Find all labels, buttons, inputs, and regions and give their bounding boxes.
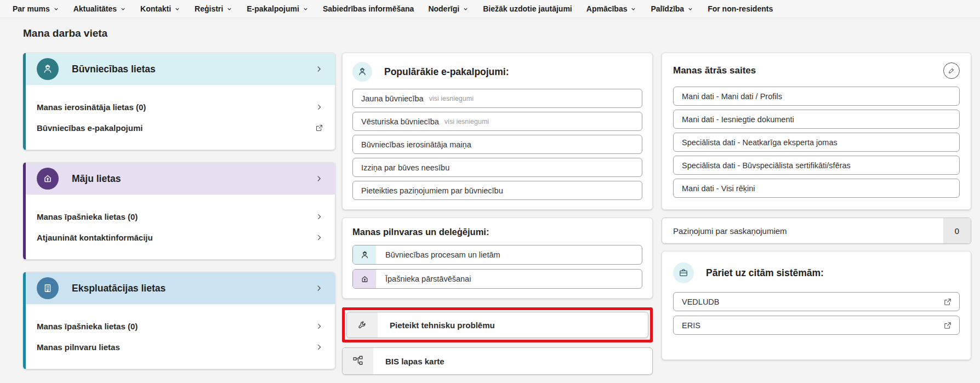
- system-link-label: VEDLUDB: [682, 298, 720, 306]
- external-link-icon: [943, 297, 953, 307]
- sidebar-item-manas-ipasnieka-lietas[interactable]: Manas īpašnieka lietas (0): [37, 206, 324, 227]
- external-link-icon: [315, 123, 324, 133]
- card-header-ekspluatacijas-lietas[interactable]: Ekspluatācijas lietas: [26, 272, 335, 304]
- chevron-right-icon: [315, 342, 324, 352]
- nav-item-noderigi[interactable]: Noderīgi: [421, 4, 476, 13]
- quick-link-buvspecialista-sertifikati[interactable]: Speciālista dati - Būvspeciālista sertif…: [673, 156, 960, 175]
- worker-icon: [352, 62, 372, 82]
- card-quick-links: Manas ātrās saites Mani dati - Mani dati…: [662, 53, 971, 210]
- nav-item-for-non-residents[interactable]: For non-residents: [700, 4, 780, 13]
- nav-item-label: For non-residents: [708, 4, 773, 13]
- eservice-button-suffix: visi iesniegumi: [445, 118, 489, 125]
- chevron-down-icon: [120, 6, 126, 12]
- nav-item-par-mums[interactable]: Par mums: [5, 4, 66, 13]
- nav-item-aktualitates[interactable]: Aktualitātes: [66, 4, 133, 13]
- sidebar-item-buvniecibas-e-pakalpojumi[interactable]: Būvniecības e-pakalpojumi: [37, 117, 324, 138]
- site-map-label: BIS lapas karte: [373, 348, 445, 374]
- other-systems-header: Pāriet uz citām sistēmām:: [673, 262, 960, 283]
- quick-link-iesniegtie-dokumenti[interactable]: Mani dati - Iesniegtie dokumenti: [673, 110, 960, 129]
- chevron-down-icon: [174, 6, 180, 12]
- nav-item-sabiedribas-informesana[interactable]: Sabiedrības informēšana: [316, 4, 421, 13]
- notifications-count-badge: 0: [943, 218, 971, 243]
- report-problem-button[interactable]: Pieteikt tehnisku problēmu: [346, 312, 648, 338]
- sidebar-item-label: Manas īpašnieka lietas (0): [37, 322, 138, 331]
- eservice-button-vesturiska-buvnieciba[interactable]: Vēsturiska būvniecība visi iesniegumi: [352, 112, 642, 131]
- chevron-right-icon: [315, 233, 324, 242]
- card-other-systems: Pāriet uz citām sistēmām: VEDLUDB ERIS: [662, 251, 971, 360]
- card-title: Ekspluatācijas lietas: [72, 283, 166, 294]
- chevron-right-icon: [315, 102, 324, 112]
- section-title: Pāriet uz citām sistēmām:: [706, 267, 824, 279]
- eservice-button-jauna-buvnieciba[interactable]: Jauna būvniecība visi iesniegumi: [352, 89, 642, 108]
- external-link-icon: [943, 321, 953, 330]
- card-popular-eservices: Populārākie e-pakalpojumi: Jauna būvniec…: [342, 53, 653, 210]
- card-header-maju-lietas[interactable]: Māju lietas: [26, 163, 335, 195]
- notifications-row[interactable]: Paziņojumi par saskaņojumiem 0: [662, 218, 971, 244]
- chevron-right-icon: [314, 64, 324, 74]
- eservice-button-pieteikties-pazinojumiem[interactable]: Pieteikties paziņojumiem par būvniecību: [352, 181, 642, 200]
- top-navigation: Par mums Aktualitātes Kontakti Reģistri …: [0, 0, 980, 18]
- building-icon: [37, 277, 59, 299]
- quick-link-neatkariga-eksperta-jomas[interactable]: Speciālista dati - Neatkarīga eksperta j…: [673, 133, 960, 152]
- sidebar-item-label: Būvniecības e-pakalpojumi: [37, 123, 143, 133]
- eservice-button-label: Jauna būvniecība: [361, 94, 424, 103]
- popular-eservices-header: Populārākie e-pakalpojumi:: [352, 62, 642, 82]
- quick-link-label: Mani dati - Visi rēķini: [682, 184, 755, 193]
- chevron-down-icon: [53, 6, 59, 12]
- red-highlight-annotation: Pieteikt tehnisku problēmu: [342, 307, 653, 342]
- sidebar-item-atjauninat-kontaktinformaciju[interactable]: Atjaunināt kontaktinformāciju: [37, 227, 324, 248]
- card-body: Manas īpašnieka lietas (0) Manas pilnvar…: [26, 304, 335, 357]
- system-link-eris[interactable]: ERIS: [673, 316, 960, 335]
- chevron-down-icon: [463, 6, 469, 12]
- house-icon: [353, 270, 376, 288]
- quick-link-label: Speciālista dati - Neatkarīga eksperta j…: [682, 138, 837, 147]
- report-problem-label: Pieteikt tehnisku problēmu: [378, 312, 495, 338]
- nav-item-label: E-pakalpojumi: [247, 4, 299, 13]
- eservice-button-izzina-par-buves-neesibu[interactable]: Izziņa par būves neesību: [352, 158, 642, 177]
- wrench-icon: [347, 312, 378, 338]
- nav-item-kontakti[interactable]: Kontakti: [133, 4, 187, 13]
- sidebar-item-manas-pilnvaru-lietas[interactable]: Manas pilnvaru lietas: [37, 336, 324, 357]
- nav-item-e-pakalpojumi[interactable]: E-pakalpojumi: [240, 4, 316, 13]
- sitemap-icon: [343, 348, 373, 374]
- nav-item-biezak-uzdotie-jautajumi[interactable]: Biežāk uzdotie jautājumi: [476, 4, 579, 13]
- chevron-right-icon: [315, 212, 324, 221]
- card-maju-lietas: Māju lietas Manas īpašnieka lietas (0) A…: [23, 162, 335, 260]
- quick-link-label: Mani dati - Mani dati / Profils: [682, 92, 782, 101]
- quick-links-header: Manas ātrās saites: [673, 62, 960, 79]
- nav-item-label: Kontakti: [140, 4, 171, 13]
- sidebar-item-label: Atjaunināt kontaktinformāciju: [37, 233, 153, 242]
- card-body: Manas īpašnieka lietas (0) Atjaunināt ko…: [26, 195, 335, 248]
- sidebar-item-label: Manas īpašnieka lietas (0): [37, 212, 138, 221]
- chevron-right-icon: [314, 174, 324, 184]
- nav-item-palidziba[interactable]: Palīdzība: [643, 4, 700, 13]
- quick-link-mani-dati-profils[interactable]: Mani dati - Mani dati / Profils: [673, 87, 960, 106]
- sidebar-item-manas-ierosinataja-lietas[interactable]: Manas ierosinātāja lietas (0): [37, 96, 324, 117]
- nav-item-label: Aktualitātes: [73, 4, 117, 13]
- workspace-columns: Būvniecības lietas Manas ierosinātāja li…: [0, 53, 980, 381]
- sidebar-item-manas-ipasnieka-lietas-ekspluatacija[interactable]: Manas īpašnieka lietas (0): [37, 316, 324, 336]
- nav-item-registri[interactable]: Reģistri: [187, 4, 240, 13]
- nav-item-label: Apmācības: [586, 4, 628, 13]
- nav-item-label: Reģistri: [195, 4, 223, 13]
- chevron-down-icon: [226, 6, 232, 12]
- nav-item-label: Noderīgi: [428, 4, 459, 13]
- site-map-button[interactable]: BIS lapas karte: [342, 347, 653, 375]
- quick-link-visi-rekini[interactable]: Mani dati - Visi rēķini: [673, 179, 960, 198]
- nav-item-label: Sabiedrības informēšana: [323, 4, 414, 13]
- system-link-vedludb[interactable]: VEDLUDB: [673, 292, 960, 311]
- eservice-button-suffix: visi iesniegumi: [429, 95, 474, 102]
- edit-quick-links-button[interactable]: [943, 62, 960, 79]
- mandate-button-ipasnieka-parstavesanai[interactable]: Īpašnieka pārstāvēšanai: [352, 269, 642, 289]
- card-header-buvniecibas-lietas[interactable]: Būvniecības lietas: [26, 53, 335, 85]
- card-ekspluatacijas-lietas: Ekspluatācijas lietas Manas īpašnieka li…: [23, 272, 335, 369]
- worker-icon: [37, 58, 59, 80]
- eservice-button-label: Izziņa par būves neesību: [361, 163, 449, 172]
- worker-icon: [353, 245, 376, 264]
- quick-link-label: Mani dati - Iesniegtie dokumenti: [682, 115, 794, 124]
- eservice-button-ierosinataja-maina[interactable]: Būvniecības ierosinātāja maiņa: [352, 135, 642, 154]
- mandate-button-buvniecibas-procesam[interactable]: Būvniecības procesam un lietām: [352, 245, 642, 265]
- nav-item-apmacibas[interactable]: Apmācības: [579, 4, 644, 13]
- section-title: Manas ātrās saites: [673, 65, 756, 76]
- card-body: Manas ierosinātāja lietas (0) Būvniecība…: [26, 85, 335, 138]
